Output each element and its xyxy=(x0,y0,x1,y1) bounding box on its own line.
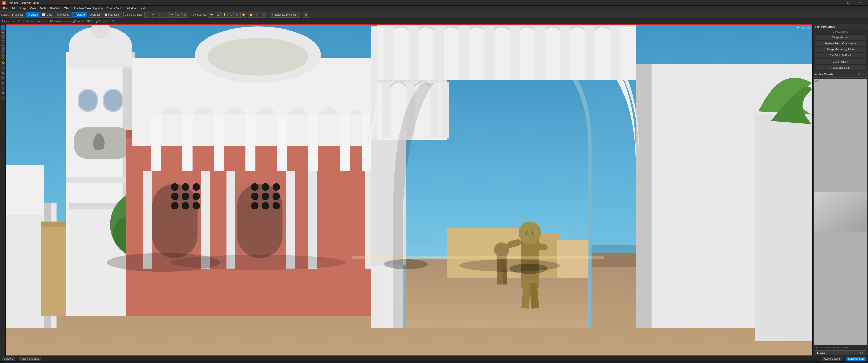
menu-file[interactable]: File xyxy=(1,5,9,11)
right-panel: Tool Properties ▲ Object Editing Merge M… xyxy=(812,24,868,356)
browse-prev-icon[interactable]: ◀ xyxy=(859,352,861,354)
edit-tool-3[interactable]: ⤢ xyxy=(157,12,162,18)
vertices-button[interactable]: ◆ Vertices xyxy=(10,12,26,18)
cut-tool[interactable]: ✂ xyxy=(0,66,5,70)
meshes-button[interactable]: 🔷 Meshes xyxy=(55,12,71,18)
breadcrumb-arrow-2: › xyxy=(93,20,94,23)
viewport[interactable]: All Lighting xyxy=(5,24,812,356)
maximize-button[interactable]: □ xyxy=(842,0,854,5)
menu-preview-baked-lighting[interactable]: Preview Baked Lighting xyxy=(72,5,105,11)
menu-prefabs[interactable]: Prefabs xyxy=(48,5,62,11)
separator-breadcrumb-2: | xyxy=(48,20,48,23)
misc-tool[interactable]: ✦ xyxy=(0,96,5,100)
select-tool[interactable]: ↖ xyxy=(0,25,5,30)
menu-view[interactable]: View xyxy=(28,5,38,11)
edit-tool-4[interactable]: ↔ xyxy=(163,12,169,18)
grid-icon: ⊞ xyxy=(217,13,219,16)
merge-meshes-button[interactable]: Merge Meshes xyxy=(815,35,866,40)
tonemap-scale-button[interactable]: ☀ Tonemap Scale: OFF xyxy=(270,12,300,18)
edit-icon-5: ⟳ xyxy=(171,13,173,16)
edit-tool[interactable]: ✏ xyxy=(0,56,5,60)
instance2-icon: 🔗 xyxy=(95,20,98,23)
navigation-button[interactable]: 🧭 Navigation xyxy=(103,12,122,18)
menu-help[interactable]: Help xyxy=(138,5,148,11)
rotate-tool[interactable]: ⟳ xyxy=(0,35,5,40)
menu-steam-audio[interactable]: Steam Audio xyxy=(105,5,124,11)
menu-tiles[interactable]: Tiles xyxy=(62,5,72,11)
titlebar: H Hammer - [santorini.vmap] ─ □ ✕ xyxy=(0,0,868,5)
edit-tool-2[interactable]: ✏ xyxy=(151,12,156,18)
edit-icon-2: ✏ xyxy=(152,13,154,16)
edges-button[interactable]: ⬡ Edges xyxy=(26,12,39,18)
material-preview[interactable]: 30% xyxy=(814,79,867,344)
edit-tool-6[interactable]: ⊕ xyxy=(175,12,181,18)
cordons-button[interactable]: Cordons xyxy=(2,357,15,361)
paint-tool[interactable]: 🖌 xyxy=(0,51,5,55)
edit-tool-5[interactable]: ⟳ xyxy=(169,12,175,18)
layout-toggle[interactable]: ☐ xyxy=(17,20,21,24)
close-button[interactable]: ✕ xyxy=(855,0,866,5)
view-tool-6[interactable]: 🎨 xyxy=(241,12,247,18)
svg-rect-61 xyxy=(182,115,192,171)
main-toolbar: Select: ◆ Vertices ⬡ Edges ⬜ Faces 🔷 Mes… xyxy=(0,11,868,19)
freeze-transform-button[interactable]: Freeze Transform xyxy=(815,65,866,70)
objects-button[interactable]: ⬛ Objects xyxy=(71,12,87,18)
grid-tool[interactable]: ⊞ xyxy=(0,91,5,95)
view-tool-4[interactable]: △ xyxy=(228,12,234,18)
minimize-button[interactable]: ─ xyxy=(830,0,842,5)
svg-point-53 xyxy=(273,183,280,191)
render-icon: 🌟 xyxy=(249,13,252,16)
scene-settings-button[interactable]: ⚙ xyxy=(303,12,309,18)
view-tool-9[interactable]: 🌫 xyxy=(261,12,267,18)
tool-properties-panel: Tool Properties ▲ Object Editing Merge M… xyxy=(813,24,868,71)
faces-button[interactable]: ⬜ Faces xyxy=(40,12,54,18)
move-tool[interactable]: ✥ xyxy=(0,30,5,35)
material-expand-icon[interactable]: ▲ xyxy=(862,72,866,76)
measure-tool[interactable]: 📏 xyxy=(0,61,5,65)
merge-meshes-by-edge-button[interactable]: Merge Meshes by Edge xyxy=(815,47,866,52)
breadcrumb-instance2[interactable]: 🔗 Instance 1859 xyxy=(95,20,115,23)
material-pin-icon[interactable]: 📌 xyxy=(857,72,861,76)
view-tool-2[interactable]: ⊞ xyxy=(215,12,220,18)
weld-tool[interactable]: 🔧 xyxy=(0,71,5,75)
svg-rect-89 xyxy=(440,82,450,139)
add-tool[interactable]: ⊕ xyxy=(0,81,5,85)
align-tool[interactable]: ↕ xyxy=(0,86,5,90)
scale-tool[interactable]: ⤢ xyxy=(0,40,5,45)
separator-4 xyxy=(302,12,302,18)
menu-tools[interactable]: Tools xyxy=(38,5,49,11)
groups-button[interactable]: ⊞ Groups xyxy=(88,12,102,18)
edit-tool-7[interactable]: 🔧 xyxy=(181,12,188,18)
zoom-tool[interactable]: 🔍 xyxy=(0,76,5,80)
svg-rect-15 xyxy=(79,90,97,111)
menu-edit[interactable]: Edit xyxy=(9,5,19,11)
panel-expand-icon[interactable]: ▲ xyxy=(864,26,866,28)
view-tool-7[interactable]: 🌟 xyxy=(248,12,254,18)
edit-icon-3: ⤢ xyxy=(158,13,160,16)
set-origin-to-pivot-button[interactable]: Set Origin To Pivot xyxy=(815,53,866,58)
svg-rect-81 xyxy=(560,27,570,80)
view-tool-8[interactable]: ⬡ xyxy=(255,12,260,18)
selection-sets-button[interactable]: Selection Sets xyxy=(846,357,866,361)
faces-icon: ⬜ xyxy=(42,13,45,16)
svg-point-48 xyxy=(171,202,179,209)
svg-point-54 xyxy=(251,193,259,200)
center-origin-button[interactable]: Center Origin xyxy=(815,59,866,64)
browse-next-icon[interactable]: ▶ xyxy=(862,352,864,354)
layout-icon[interactable]: ⊞ xyxy=(12,20,16,24)
svg-rect-86 xyxy=(382,82,391,139)
svg-rect-88 xyxy=(430,82,438,139)
browse-button[interactable]: Browse ◀ ▶ xyxy=(815,351,866,355)
view-tool-1[interactable]: 📷 xyxy=(208,12,215,18)
view-tool-3[interactable]: 💡 xyxy=(221,12,227,18)
view-tool-5[interactable]: ◉ xyxy=(234,12,240,18)
active-material-bottom-button[interactable]: Active Material xyxy=(822,357,842,361)
edit-tool-1[interactable]: ⬚ xyxy=(144,12,150,18)
box-select-tool[interactable]: ⬚ xyxy=(0,45,5,50)
breadcrumb-instance1[interactable]: 🔗 Instance 1801 xyxy=(73,20,92,23)
menu-map[interactable]: Map xyxy=(19,5,28,11)
separate-mesh-components-button[interactable]: Separate Mesh Components xyxy=(815,41,866,46)
menu-window[interactable]: Window xyxy=(125,5,138,11)
breadcrumb-file[interactable]: 🗺 santorini.vmap xyxy=(50,20,70,23)
auto-vis-groups-button[interactable]: Auto Vis Groups xyxy=(19,357,41,361)
